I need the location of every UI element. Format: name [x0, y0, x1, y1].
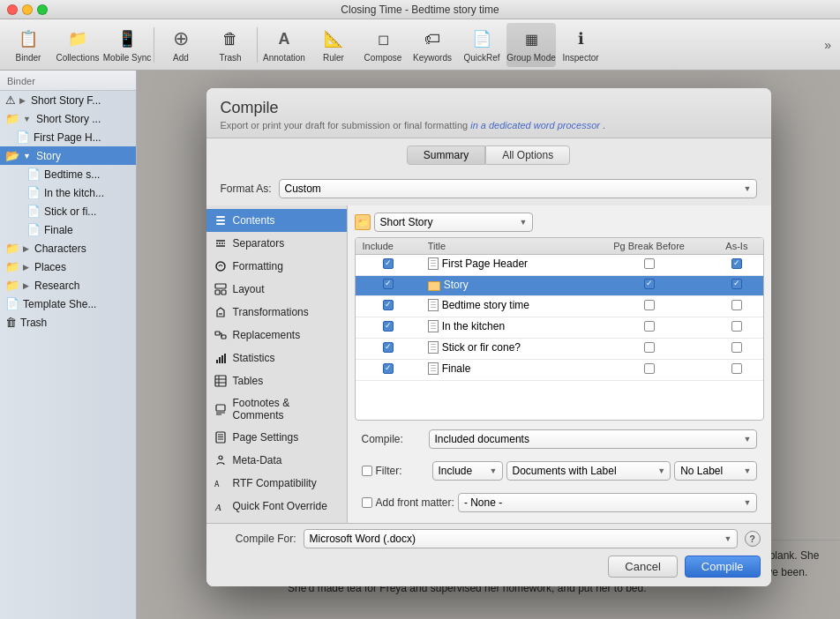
compile-button[interactable]: Compile: [685, 556, 761, 578]
pgbreak-cell[interactable]: [588, 255, 710, 276]
pgbreak-cell[interactable]: [588, 276, 710, 296]
asis-cell[interactable]: [710, 255, 762, 276]
nav-item-quickfont[interactable]: A Quick Font Override: [206, 495, 347, 518]
sidebar-item-research[interactable]: 📁 ▶ Research: [0, 276, 136, 295]
include-cell[interactable]: [356, 359, 421, 380]
toolbar-mobilesync-label: Mobile Sync: [103, 53, 151, 63]
pgbreak-cell[interactable]: [588, 359, 710, 380]
close-button[interactable]: [7, 4, 18, 15]
nav-item-rtf[interactable]: A RTF Compatibility: [206, 472, 347, 495]
pgbreak-checkbox[interactable]: [644, 342, 655, 353]
nav-item-formatting[interactable]: Formatting: [206, 255, 347, 278]
include-cell[interactable]: [356, 317, 421, 338]
filter-include-select[interactable]: Include: [432, 461, 503, 481]
nav-item-separators[interactable]: Separators: [206, 232, 347, 255]
asis-cell[interactable]: [710, 295, 762, 317]
toolbar-collections-btn[interactable]: 📁 Collections: [53, 23, 102, 67]
table-row[interactable]: Finale: [356, 359, 763, 380]
nav-item-transformations[interactable]: Transformations: [206, 301, 347, 324]
sidebar-item-shortstoryf[interactable]: ⚠ ▶ Short Story F...: [0, 91, 136, 109]
toolbar-overflow-btn[interactable]: »: [819, 34, 836, 56]
include-cell[interactable]: [356, 255, 421, 276]
sidebar-item-template[interactable]: 📄 Template She...: [0, 295, 136, 313]
toolbar-inspector-btn[interactable]: ℹ Inspector: [556, 23, 605, 67]
pgbreak-checkbox[interactable]: [644, 279, 655, 289]
pgbreak-checkbox[interactable]: [644, 300, 655, 310]
toolbar-quickref-btn[interactable]: 📄 QuickRef: [457, 23, 506, 67]
nav-item-tables[interactable]: Tables: [206, 369, 347, 392]
sidebar-item-finale[interactable]: 📄 Finale: [0, 220, 136, 239]
asis-cell[interactable]: [710, 317, 762, 338]
include-cell[interactable]: [356, 295, 421, 317]
toolbar-add-btn[interactable]: ⊕ Add: [156, 23, 206, 67]
sidebar-item-story[interactable]: 📂 ▼ Story: [0, 146, 136, 165]
tab-summary[interactable]: Summary: [407, 145, 485, 165]
asis-cell[interactable]: [710, 338, 762, 359]
include-checkbox[interactable]: [383, 342, 394, 353]
sidebar-item-firstpage[interactable]: 📄 First Page H...: [0, 128, 136, 146]
table-row-selected[interactable]: Story: [356, 276, 763, 296]
nav-item-statistics[interactable]: Statistics: [206, 347, 347, 369]
asis-checkbox[interactable]: [731, 342, 742, 353]
filter-docs-select[interactable]: Documents with Label: [506, 461, 671, 481]
asis-checkbox[interactable]: [731, 279, 742, 289]
nav-item-replacements[interactable]: Replacements: [206, 324, 347, 347]
nav-item-layout[interactable]: Layout: [206, 278, 347, 301]
maximize-button[interactable]: [37, 4, 48, 15]
asis-cell[interactable]: [710, 359, 762, 380]
tab-alloptions[interactable]: All Options: [485, 145, 570, 165]
asis-checkbox[interactable]: [731, 321, 742, 332]
asis-checkbox[interactable]: [731, 258, 742, 269]
cancel-button[interactable]: Cancel: [608, 556, 677, 578]
nav-item-contents[interactable]: Contents: [206, 209, 347, 232]
pgbreak-cell[interactable]: [588, 338, 710, 359]
compile-for-select[interactable]: Microsoft Word (.docx): [304, 529, 738, 548]
sidebar-item-characters[interactable]: 📁 ▶ Characters: [0, 239, 136, 257]
toolbar-compose-btn[interactable]: ◻ Compose: [358, 23, 408, 67]
sidebar-item-trash[interactable]: 🗑 Trash: [0, 313, 136, 332]
include-checkbox[interactable]: [383, 300, 394, 310]
pgbreak-cell[interactable]: [588, 295, 710, 317]
minimize-button[interactable]: [22, 4, 33, 15]
sidebar-item-bedtime[interactable]: 📄 Bedtime s...: [0, 165, 136, 183]
sidebar-item-places[interactable]: 📁 ▶ Places: [0, 257, 136, 276]
compile-select[interactable]: Included documents: [429, 429, 757, 449]
sidebar-item-kitchen[interactable]: 📄 In the kitch...: [0, 183, 136, 202]
toolbar-groupmode-btn[interactable]: ▦ Group Mode: [506, 23, 556, 67]
include-checkbox[interactable]: [383, 363, 394, 374]
asis-cell[interactable]: [710, 276, 762, 296]
frontmatter-checkbox[interactable]: [362, 497, 372, 508]
include-cell[interactable]: [356, 276, 421, 296]
toolbar-annotation-btn[interactable]: A Annotation: [259, 23, 309, 67]
table-row[interactable]: In the kitchen: [356, 317, 763, 338]
toolbar-mobilesync-btn[interactable]: 📱 Mobile Sync: [102, 23, 152, 67]
filter-nolabel-select[interactable]: No Label: [674, 461, 756, 481]
nav-item-metadata[interactable]: Meta-Data: [206, 449, 347, 472]
frontmatter-select[interactable]: - None -: [458, 493, 757, 512]
help-button[interactable]: ?: [745, 531, 761, 547]
asis-checkbox[interactable]: [731, 363, 742, 374]
nav-item-pagesettings[interactable]: Page Settings: [206, 426, 347, 449]
sidebar-item-shortstory[interactable]: 📁 ▼ Short Story ...: [0, 109, 136, 128]
toolbar-binder-btn[interactable]: 📋 Binder: [4, 23, 53, 67]
filter-checkbox[interactable]: [362, 466, 372, 476]
include-cell[interactable]: [356, 338, 421, 359]
pgbreak-checkbox[interactable]: [644, 321, 655, 332]
asis-checkbox[interactable]: [731, 300, 742, 310]
table-row[interactable]: First Page Header: [356, 255, 763, 276]
sidebar-item-stick[interactable]: 📄 Stick or fi...: [0, 202, 136, 220]
toolbar-ruler-btn[interactable]: 📐 Ruler: [309, 23, 358, 67]
format-select[interactable]: Custom: [279, 179, 757, 198]
toolbar-keywords-btn[interactable]: 🏷 Keywords: [408, 23, 457, 67]
pgbreak-checkbox[interactable]: [644, 363, 655, 374]
toolbar-trash-btn[interactable]: 🗑 Trash: [206, 23, 255, 67]
include-checkbox[interactable]: [383, 321, 394, 332]
include-checkbox[interactable]: [383, 258, 394, 269]
include-checkbox[interactable]: [383, 279, 394, 289]
table-row[interactable]: Bedtime story time: [356, 295, 763, 317]
pgbreak-cell[interactable]: [588, 317, 710, 338]
nav-item-footnotes[interactable]: Footnotes & Comments: [206, 392, 347, 426]
table-row[interactable]: Stick or fir cone?: [356, 338, 763, 359]
pgbreak-checkbox[interactable]: [644, 258, 655, 269]
story-select[interactable]: Short Story: [374, 213, 533, 232]
